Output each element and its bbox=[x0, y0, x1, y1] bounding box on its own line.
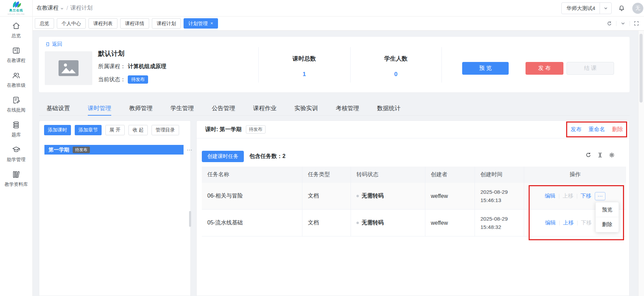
table-header-row: 任务名称 任务类型 转码状态 创建者 创建时间 操作 bbox=[202, 167, 626, 183]
tab-announcement-management[interactable]: 公告管理 bbox=[212, 102, 235, 116]
top-bar: 奥兰在线 GOLAN ONLINE 在教课程 / 课程计划 华师大测试4 无 bbox=[0, 0, 644, 17]
brand-logo-icon bbox=[11, 1, 21, 8]
task-type: 文档 bbox=[302, 210, 351, 236]
expand-button[interactable]: 展 开 bbox=[105, 125, 125, 135]
sidebar-item-teaching-classes[interactable]: 在教班级 bbox=[0, 71, 32, 96]
gear-icon[interactable] bbox=[609, 152, 615, 158]
tab-course-homework[interactable]: 课程作业 bbox=[253, 102, 277, 116]
tab-close-icon[interactable]: × bbox=[210, 19, 213, 28]
back-link[interactable]: 返回 bbox=[45, 41, 62, 47]
col-creator: 创建者 bbox=[425, 167, 475, 183]
tree-node-semester-1[interactable]: 第一学期 待发布 bbox=[44, 145, 184, 155]
node-status-badge: 待发布 bbox=[73, 147, 90, 153]
breadcrumb: 在教课程 / 课程计划 bbox=[37, 0, 92, 16]
lesson-status-badge: 待发布 bbox=[246, 125, 266, 134]
graduation-cap-icon bbox=[12, 145, 21, 154]
menu-item-delete[interactable]: 删除 bbox=[596, 217, 619, 232]
col-task-name: 任务名称 bbox=[202, 167, 302, 183]
chevron-down-icon[interactable] bbox=[620, 21, 626, 26]
sidebar-item-question-bank[interactable]: 题库 bbox=[0, 120, 32, 145]
lesson-header: 课时: 第一学期 待发布 bbox=[197, 121, 629, 138]
task-name: 06-相关与冒险 bbox=[202, 183, 302, 209]
tab-student-management[interactable]: 学生管理 bbox=[170, 102, 194, 116]
transcode-status: 无需转码 bbox=[351, 210, 425, 236]
sidebar-item-study-assist[interactable]: 助学管理 bbox=[0, 145, 32, 170]
move-up-link: 上移 bbox=[563, 192, 573, 200]
refresh-icon[interactable] bbox=[606, 21, 612, 27]
lesson-publish-link[interactable]: 发布 bbox=[571, 126, 582, 133]
task-count-label: 包含任务数：2 bbox=[249, 151, 285, 162]
create-task-button[interactable]: 创建课时任务 bbox=[202, 151, 244, 162]
tab-course-list[interactable]: 课程列表 bbox=[89, 18, 117, 29]
question-bank-icon bbox=[12, 120, 21, 129]
scrollbar-thumb[interactable] bbox=[189, 211, 191, 227]
tab-plan-management[interactable]: 计划管理 × bbox=[184, 18, 218, 29]
people-icon bbox=[12, 71, 21, 80]
move-down-link[interactable]: 下移 bbox=[581, 192, 591, 200]
avatar[interactable]: 无 bbox=[632, 3, 643, 14]
node-more-icon[interactable]: ⋯ bbox=[187, 145, 192, 155]
creator: weffew bbox=[425, 210, 475, 236]
manage-catalog-button[interactable]: 管理目录 bbox=[152, 125, 179, 135]
stat-student-count: 学生人数 0 bbox=[350, 37, 442, 92]
tab-course-detail[interactable]: 课程详情 bbox=[120, 18, 149, 29]
tab-data-statistics[interactable]: 数据统计 bbox=[377, 102, 401, 116]
lesson-tree-panel: 添加课时 添加章节 展 开 收 起 管理目录 第一学期 待发布 ⋯ bbox=[39, 120, 191, 296]
plan-cover-placeholder bbox=[45, 51, 92, 85]
collapse-button[interactable]: 收 起 bbox=[128, 125, 148, 135]
document-edit-icon bbox=[12, 96, 21, 105]
sidebar-item-online-review[interactable]: 在线批阅 bbox=[0, 96, 32, 120]
lesson-rename-link[interactable]: 重命名 bbox=[589, 126, 605, 133]
stat-student-count-value: 0 bbox=[350, 71, 442, 78]
status-dot bbox=[356, 195, 359, 197]
user-caret-icon[interactable] bbox=[600, 3, 611, 14]
move-up-link[interactable]: 上移 bbox=[563, 219, 574, 226]
task-name: 05-流水线基础 bbox=[202, 210, 302, 236]
brand-subtitle: GOLAN ONLINE bbox=[8, 13, 25, 15]
brand-logo[interactable]: 奥兰在线 GOLAN ONLINE bbox=[0, 0, 33, 16]
table-row: 05-流水线基础 文档 无需转码 weffew 2025-08-2915:48:… bbox=[202, 210, 626, 236]
tab-teacher-management[interactable]: 教师管理 bbox=[129, 102, 153, 116]
user-dropdown[interactable]: 华师大测试4 bbox=[561, 2, 612, 14]
back-icon bbox=[45, 42, 50, 47]
open-tabs-bar: 总览 个人中心 课程列表 课程详情 课程计划 计划管理 × bbox=[33, 17, 644, 31]
tab-personal-center[interactable]: 个人中心 bbox=[57, 18, 86, 29]
sidebar-item-teaching-courses[interactable]: 在教课程 bbox=[0, 46, 32, 71]
divider bbox=[630, 21, 630, 26]
task-table: 任务名称 任务类型 转码状态 创建者 创建时间 操作 06-相关与冒险 文档 无… bbox=[202, 167, 626, 236]
menu-item-preview[interactable]: 预览 bbox=[596, 202, 619, 217]
tab-assessment-management[interactable]: 考核管理 bbox=[336, 102, 359, 116]
tab-overview[interactable]: 总览 bbox=[35, 18, 54, 29]
col-create-time: 创建时间 bbox=[475, 167, 524, 183]
edit-link[interactable]: 编辑 bbox=[545, 219, 556, 226]
finish-course-button[interactable]: 结 课 bbox=[567, 62, 614, 75]
sidebar-item-teaching-library[interactable]: 教学资料库 bbox=[0, 170, 32, 195]
divider bbox=[577, 194, 577, 199]
add-lesson-button[interactable]: 添加课时 bbox=[44, 125, 71, 135]
more-actions-menu: 预览 删除 bbox=[595, 202, 619, 232]
image-placeholder-icon bbox=[59, 60, 79, 76]
edit-link[interactable]: 编辑 bbox=[545, 192, 555, 200]
breadcrumb-parent[interactable]: 在教课程 bbox=[37, 4, 64, 12]
refresh-icon[interactable] bbox=[585, 152, 592, 158]
row-height-icon[interactable] bbox=[597, 152, 603, 158]
create-time: 2025-08-2915:48:32 bbox=[475, 210, 524, 236]
plan-status-row: 当前状态： 待发布 bbox=[98, 75, 148, 84]
lesson-delete-link[interactable]: 删除 bbox=[612, 126, 623, 133]
sidebar-item-overview[interactable]: 总览 bbox=[0, 21, 32, 46]
preview-button[interactable]: 预 览 bbox=[462, 62, 509, 75]
more-actions-button[interactable]: ··· bbox=[595, 192, 606, 200]
tab-course-plan[interactable]: 课程计划 bbox=[152, 18, 181, 29]
transcode-status: 无需转码 bbox=[351, 183, 425, 209]
bell-icon[interactable] bbox=[618, 4, 625, 12]
col-task-type: 任务类型 bbox=[302, 167, 351, 183]
tab-lesson-management[interactable]: 课时管理 bbox=[88, 102, 111, 116]
fullscreen-icon[interactable] bbox=[634, 21, 639, 26]
tab-experiment-training[interactable]: 实验实训 bbox=[294, 102, 318, 116]
tab-basic-settings[interactable]: 基础设置 bbox=[46, 102, 70, 116]
creator: weffew bbox=[425, 183, 475, 209]
col-actions: 操作 bbox=[524, 167, 626, 183]
publish-button[interactable]: 发 布 bbox=[526, 62, 563, 75]
scrollbar-thumb[interactable] bbox=[640, 34, 643, 103]
add-chapter-button[interactable]: 添加章节 bbox=[75, 125, 102, 135]
